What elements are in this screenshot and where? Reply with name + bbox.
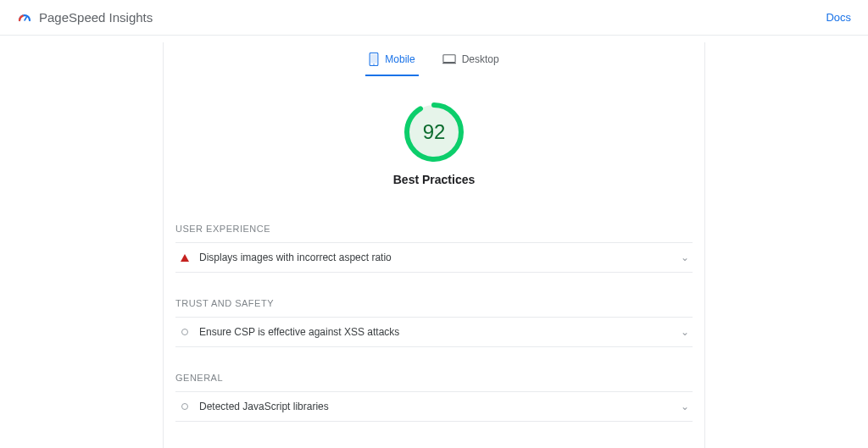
section-header-user-experience: USER EXPERIENCE	[175, 210, 693, 242]
content-wrapper: Mobile Desktop 92 Best Practices USER EX…	[0, 36, 868, 448]
pagespeed-logo-icon	[17, 10, 32, 25]
main-card: Mobile Desktop 92 Best Practices USER EX…	[163, 42, 705, 448]
warning-icon	[179, 254, 191, 262]
svg-point-3	[374, 64, 375, 64]
audit-text: Ensure CSP is effective against XSS atta…	[199, 326, 681, 338]
score-gauge: 92	[403, 102, 465, 163]
tab-mobile[interactable]: Mobile	[365, 49, 418, 76]
tab-desktop[interactable]: Desktop	[439, 49, 503, 76]
app-header: PageSpeed Insights Docs	[0, 0, 868, 36]
score-section: 92 Best Practices	[164, 76, 704, 210]
svg-rect-5	[442, 63, 456, 64]
svg-rect-4	[443, 55, 455, 63]
audit-csp[interactable]: Ensure CSP is effective against XSS atta…	[175, 317, 693, 347]
audit-js-libraries[interactable]: Detected JavaScript libraries ⌄	[175, 391, 693, 422]
chevron-down-icon: ⌄	[681, 252, 689, 263]
header-left: PageSpeed Insights	[17, 10, 153, 25]
mobile-icon	[369, 53, 379, 66]
score-value: 92	[423, 120, 446, 144]
section-general: GENERAL Detected JavaScript libraries ⌄	[164, 359, 704, 422]
section-trust-safety: TRUST AND SAFETY Ensure CSP is effective…	[164, 285, 704, 347]
section-header-general: GENERAL	[175, 359, 693, 391]
section-header-trust-safety: TRUST AND SAFETY	[175, 285, 693, 317]
chevron-down-icon: ⌄	[681, 326, 689, 338]
info-icon	[179, 403, 191, 410]
tab-mobile-label: Mobile	[385, 53, 415, 65]
device-tabs: Mobile Desktop	[164, 42, 704, 76]
audit-text: Displays images with incorrect aspect ra…	[199, 252, 681, 263]
audit-aspect-ratio[interactable]: Displays images with incorrect aspect ra…	[175, 242, 693, 273]
docs-link[interactable]: Docs	[826, 11, 851, 24]
svg-line-0	[25, 17, 26, 20]
section-passed-audits: PASSED AUDITS (12) Show	[164, 434, 704, 448]
section-user-experience: USER EXPERIENCE Displays images with inc…	[164, 210, 704, 273]
chevron-down-icon: ⌄	[681, 401, 689, 412]
svg-rect-2	[371, 54, 377, 64]
score-title: Best Practices	[393, 173, 476, 186]
desktop-icon	[442, 53, 456, 65]
audit-text: Detected JavaScript libraries	[199, 401, 681, 412]
app-title: PageSpeed Insights	[39, 10, 153, 25]
tab-desktop-label: Desktop	[462, 53, 499, 65]
info-icon	[179, 329, 191, 335]
passed-audits-header[interactable]: PASSED AUDITS (12) Show	[175, 434, 693, 448]
